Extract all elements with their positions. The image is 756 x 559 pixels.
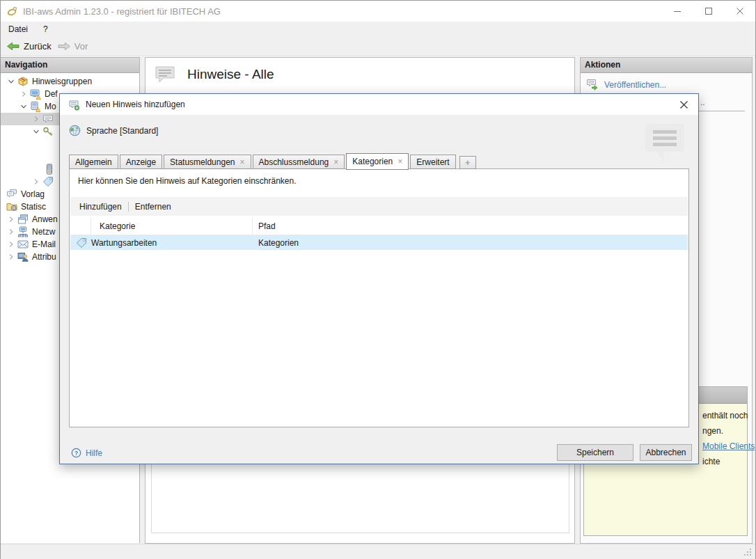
tab-label: Abschlussmeldung xyxy=(259,157,329,167)
note-line: ngen. xyxy=(702,426,746,441)
dialog-title: Neuen Hinweis hinzufügen xyxy=(86,100,185,109)
publish-link: Veröffentlichen... xyxy=(604,80,666,90)
add-notice-dialog: Neuen Hinweis hinzufügen Sprache [Standa… xyxy=(59,93,699,464)
computer-warning-icon xyxy=(30,101,41,112)
minimize-button[interactable] xyxy=(661,1,693,22)
maximize-button[interactable] xyxy=(693,1,724,22)
main-header: Hinweise - Alle xyxy=(145,58,574,84)
notes-icon xyxy=(154,65,176,84)
close-button[interactable] xyxy=(724,1,755,22)
phone-icon xyxy=(44,164,55,175)
remove-category-button[interactable]: Entfernen xyxy=(131,202,175,212)
note-line: Mobile Clients xyxy=(702,441,746,457)
publish-action[interactable]: Veröffentlichen... xyxy=(586,79,752,90)
category-toolbar: Hinzufügen Entfernen xyxy=(70,197,688,216)
cell-kategorie: Wartungsarbeiten xyxy=(91,238,258,248)
add-category-button[interactable]: Hinzufügen xyxy=(70,202,126,212)
forward-arrow-icon xyxy=(57,41,71,52)
tree-item-label: Attribu xyxy=(32,252,56,262)
tab-close-icon[interactable]: × xyxy=(333,158,338,166)
forward-button[interactable]: Vor xyxy=(57,41,88,52)
add-note-icon xyxy=(68,99,80,111)
tab-add[interactable]: + xyxy=(459,156,476,169)
svg-text:?: ? xyxy=(74,450,78,457)
chevron-down-icon[interactable] xyxy=(5,77,17,86)
tab-anzeige[interactable]: Anzeige xyxy=(120,155,162,169)
app-icon xyxy=(7,6,18,17)
chevron-right-icon[interactable] xyxy=(5,214,17,224)
tab-statusmeldungen[interactable]: Statusmeldungen× xyxy=(164,155,251,169)
title-bar: IBI-aws Admin 1.23.0 - registriert für I… xyxy=(1,1,755,22)
tab-abschlussmeldung[interactable]: Abschlussmeldung× xyxy=(253,155,345,169)
column-header-kategorie[interactable]: Kategorie xyxy=(91,218,253,235)
tab-label: Erweitert xyxy=(416,157,449,167)
window-controls xyxy=(661,1,755,22)
mobile-clients-link[interactable]: Mobile Clients xyxy=(702,441,755,451)
back-label: Zurück xyxy=(24,41,52,52)
network-icon xyxy=(17,226,29,237)
close-x-icon xyxy=(679,100,688,109)
back-button[interactable]: Zurück xyxy=(6,41,52,52)
chevron-right-icon[interactable] xyxy=(30,114,42,124)
nav-toolbar: Zurück Vor xyxy=(1,37,755,56)
status-bar xyxy=(1,544,755,559)
page-title: Hinweise - Alle xyxy=(187,67,274,82)
table-row[interactable]: WartungsarbeitenKategorien xyxy=(70,235,688,250)
maximize-icon xyxy=(704,7,713,15)
key-icon xyxy=(42,126,54,137)
tab-label: Anzeige xyxy=(126,157,156,167)
chevron-down-icon[interactable] xyxy=(30,127,42,136)
chevron-right-icon[interactable] xyxy=(5,239,17,249)
help-label: Hilfe xyxy=(86,448,102,458)
back-arrow-icon xyxy=(6,41,20,52)
forward-label: Vor xyxy=(74,41,88,52)
publish-icon xyxy=(586,79,599,90)
chevron-right-icon[interactable] xyxy=(17,89,30,99)
cancel-button[interactable]: Abbrechen xyxy=(640,444,692,461)
close-icon xyxy=(736,7,744,15)
tree-item-label: Statisc xyxy=(21,202,46,212)
notice-groups-icon xyxy=(17,76,29,87)
dialog-tab-strip: AllgemeinAnzeigeStatusmeldungen×Abschlus… xyxy=(69,153,688,169)
statistics-icon xyxy=(6,201,17,212)
table-header: Kategorie Pfad xyxy=(70,218,688,235)
resize-grip[interactable] xyxy=(743,547,753,557)
toolbar-divider xyxy=(128,202,129,212)
chevron-down-icon[interactable] xyxy=(17,102,30,111)
minimize-icon xyxy=(673,7,682,15)
menu-help[interactable]: ? xyxy=(36,24,56,34)
menu-bar: Datei ? xyxy=(1,22,755,37)
tab-close-icon[interactable]: × xyxy=(239,158,244,166)
help-link[interactable]: ? Hilfe xyxy=(71,448,102,458)
save-button[interactable]: Speichern xyxy=(557,444,633,461)
tab-erweitert[interactable]: Erweitert xyxy=(410,155,455,169)
category-description: Hier können Sie den Hinweis auf Kategori… xyxy=(78,176,297,186)
language-label: Sprache [Standard] xyxy=(86,126,158,136)
language-selector[interactable]: Sprache [Standard] xyxy=(69,125,158,136)
help-icon: ? xyxy=(71,448,81,458)
chevron-right-icon[interactable] xyxy=(30,177,42,187)
dialog-content-box: Hier können Sie den Hinweis auf Kategori… xyxy=(69,168,689,427)
note-line: enthält noch xyxy=(702,411,746,426)
tree-item-hinweisgruppen[interactable]: Hinweisgruppen xyxy=(1,75,139,88)
tree-item-label: E-Mail xyxy=(32,239,56,249)
tab-close-icon[interactable]: × xyxy=(397,157,402,166)
category-table-rows: WartungsarbeitenKategorien xyxy=(70,235,688,250)
notice-icon xyxy=(42,113,54,125)
chevron-right-icon[interactable] xyxy=(5,252,17,262)
tab-kategorien[interactable]: Kategorien× xyxy=(346,153,409,170)
tab-allgemein[interactable]: Allgemein xyxy=(69,155,118,169)
app-window: IBI-aws Admin 1.23.0 - registriert für I… xyxy=(0,0,756,559)
window-title: IBI-aws Admin 1.23.0 - registriert für I… xyxy=(23,6,221,17)
mail-icon xyxy=(17,239,29,250)
column-header-pfad[interactable]: Pfad xyxy=(253,218,688,235)
tree-item-label: Anwen xyxy=(32,214,58,224)
chevron-right-icon[interactable] xyxy=(5,227,17,237)
tag-icon xyxy=(76,237,87,249)
attributes-icon xyxy=(17,251,29,262)
note-line: ichte xyxy=(702,457,746,472)
dialog-close-button[interactable] xyxy=(669,94,698,115)
truncated-action-link[interactable]: .. xyxy=(700,97,705,107)
cell-pfad: Kategorien xyxy=(258,238,299,248)
menu-datei[interactable]: Datei xyxy=(1,24,36,34)
